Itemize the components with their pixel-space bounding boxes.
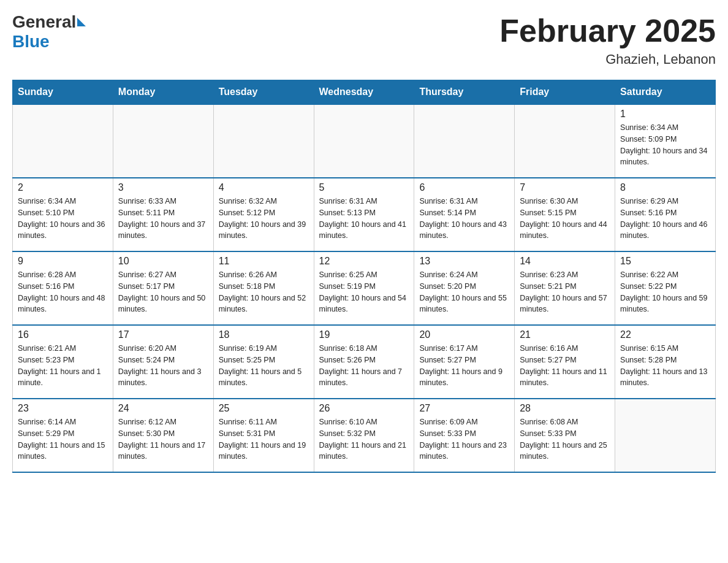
calendar-cell: 3Sunrise: 6:33 AMSunset: 5:11 PMDaylight… <box>113 178 213 251</box>
calendar-cell: 28Sunrise: 6:08 AMSunset: 5:33 PMDayligh… <box>515 399 615 472</box>
calendar-cell <box>113 104 213 178</box>
day-info: Sunrise: 6:10 AMSunset: 5:32 PMDaylight:… <box>319 416 409 462</box>
calendar-week-row: 2Sunrise: 6:34 AMSunset: 5:10 PMDaylight… <box>13 178 716 251</box>
calendar-week-row: 16Sunrise: 6:21 AMSunset: 5:23 PMDayligh… <box>13 325 716 399</box>
day-number: 2 <box>18 182 108 193</box>
day-info: Sunrise: 6:14 AMSunset: 5:29 PMDaylight:… <box>18 416 108 462</box>
calendar-cell: 20Sunrise: 6:17 AMSunset: 5:27 PMDayligh… <box>414 325 515 399</box>
calendar-header-thursday: Thursday <box>414 80 515 105</box>
day-number: 4 <box>219 182 309 193</box>
calendar-cell <box>213 104 314 178</box>
day-info: Sunrise: 6:18 AMSunset: 5:26 PMDaylight:… <box>319 343 409 389</box>
day-info: Sunrise: 6:32 AMSunset: 5:12 PMDaylight:… <box>219 196 309 242</box>
calendar-cell: 6Sunrise: 6:31 AMSunset: 5:14 PMDaylight… <box>414 178 515 251</box>
day-info: Sunrise: 6:28 AMSunset: 5:16 PMDaylight:… <box>18 269 108 315</box>
calendar-cell: 25Sunrise: 6:11 AMSunset: 5:31 PMDayligh… <box>213 399 314 472</box>
calendar-cell: 11Sunrise: 6:26 AMSunset: 5:18 PMDayligh… <box>213 251 314 325</box>
calendar-cell: 1Sunrise: 6:34 AMSunset: 5:09 PMDaylight… <box>615 104 716 178</box>
title-section: February 2025 Ghazieh, Lebanon <box>499 12 716 67</box>
calendar-cell: 10Sunrise: 6:27 AMSunset: 5:17 PMDayligh… <box>113 251 213 325</box>
day-number: 18 <box>219 329 309 340</box>
calendar-header-monday: Monday <box>113 80 213 105</box>
calendar-cell: 5Sunrise: 6:31 AMSunset: 5:13 PMDaylight… <box>314 178 414 251</box>
day-info: Sunrise: 6:15 AMSunset: 5:28 PMDaylight:… <box>620 343 710 389</box>
calendar-cell: 4Sunrise: 6:32 AMSunset: 5:12 PMDaylight… <box>213 178 314 251</box>
calendar-cell: 23Sunrise: 6:14 AMSunset: 5:29 PMDayligh… <box>13 399 113 472</box>
calendar-cell: 22Sunrise: 6:15 AMSunset: 5:28 PMDayligh… <box>615 325 716 399</box>
calendar-cell: 8Sunrise: 6:29 AMSunset: 5:16 PMDaylight… <box>615 178 716 251</box>
calendar-week-row: 1Sunrise: 6:34 AMSunset: 5:09 PMDaylight… <box>13 104 716 178</box>
calendar-header-wednesday: Wednesday <box>314 80 414 105</box>
day-number: 15 <box>620 256 710 267</box>
day-number: 1 <box>620 109 710 120</box>
calendar-header-friday: Friday <box>515 80 615 105</box>
day-number: 20 <box>419 329 509 340</box>
day-info: Sunrise: 6:24 AMSunset: 5:20 PMDaylight:… <box>419 269 509 315</box>
calendar-cell: 26Sunrise: 6:10 AMSunset: 5:32 PMDayligh… <box>314 399 414 472</box>
day-number: 28 <box>520 403 610 414</box>
day-number: 11 <box>219 256 309 267</box>
page-header: General Blue February 2025 Ghazieh, Leba… <box>12 12 716 67</box>
day-info: Sunrise: 6:29 AMSunset: 5:16 PMDaylight:… <box>620 196 710 242</box>
day-info: Sunrise: 6:25 AMSunset: 5:19 PMDaylight:… <box>319 269 409 315</box>
calendar-cell: 12Sunrise: 6:25 AMSunset: 5:19 PMDayligh… <box>314 251 414 325</box>
day-info: Sunrise: 6:34 AMSunset: 5:09 PMDaylight:… <box>620 122 710 168</box>
calendar-cell: 21Sunrise: 6:16 AMSunset: 5:27 PMDayligh… <box>515 325 615 399</box>
day-number: 5 <box>319 182 409 193</box>
calendar-cell: 27Sunrise: 6:09 AMSunset: 5:33 PMDayligh… <box>414 399 515 472</box>
day-number: 9 <box>18 256 108 267</box>
calendar-cell: 16Sunrise: 6:21 AMSunset: 5:23 PMDayligh… <box>13 325 113 399</box>
calendar-header-tuesday: Tuesday <box>213 80 314 105</box>
day-number: 16 <box>18 329 108 340</box>
day-number: 8 <box>620 182 710 193</box>
calendar-cell <box>414 104 515 178</box>
day-info: Sunrise: 6:19 AMSunset: 5:25 PMDaylight:… <box>219 343 309 389</box>
calendar-cell: 13Sunrise: 6:24 AMSunset: 5:20 PMDayligh… <box>414 251 515 325</box>
calendar-cell <box>515 104 615 178</box>
day-info: Sunrise: 6:23 AMSunset: 5:21 PMDaylight:… <box>520 269 610 315</box>
day-number: 3 <box>118 182 208 193</box>
calendar-cell: 17Sunrise: 6:20 AMSunset: 5:24 PMDayligh… <box>113 325 213 399</box>
day-info: Sunrise: 6:20 AMSunset: 5:24 PMDaylight:… <box>118 343 208 389</box>
day-number: 25 <box>219 403 309 414</box>
day-number: 6 <box>419 182 509 193</box>
day-number: 21 <box>520 329 610 340</box>
day-info: Sunrise: 6:27 AMSunset: 5:17 PMDaylight:… <box>118 269 208 315</box>
day-info: Sunrise: 6:26 AMSunset: 5:18 PMDaylight:… <box>219 269 309 315</box>
day-info: Sunrise: 6:16 AMSunset: 5:27 PMDaylight:… <box>520 343 610 389</box>
day-number: 14 <box>520 256 610 267</box>
calendar-cell: 7Sunrise: 6:30 AMSunset: 5:15 PMDaylight… <box>515 178 615 251</box>
day-number: 22 <box>620 329 710 340</box>
calendar-week-row: 9Sunrise: 6:28 AMSunset: 5:16 PMDaylight… <box>13 251 716 325</box>
calendar-header-sunday: Sunday <box>13 80 113 105</box>
day-number: 24 <box>118 403 208 414</box>
calendar-cell <box>314 104 414 178</box>
day-info: Sunrise: 6:31 AMSunset: 5:14 PMDaylight:… <box>419 196 509 242</box>
day-info: Sunrise: 6:17 AMSunset: 5:27 PMDaylight:… <box>419 343 509 389</box>
day-number: 19 <box>319 329 409 340</box>
day-number: 17 <box>118 329 208 340</box>
calendar-cell: 19Sunrise: 6:18 AMSunset: 5:26 PMDayligh… <box>314 325 414 399</box>
calendar-cell: 14Sunrise: 6:23 AMSunset: 5:21 PMDayligh… <box>515 251 615 325</box>
calendar-cell <box>615 399 716 472</box>
day-number: 13 <box>419 256 509 267</box>
calendar-cell <box>13 104 113 178</box>
day-info: Sunrise: 6:31 AMSunset: 5:13 PMDaylight:… <box>319 196 409 242</box>
day-info: Sunrise: 6:34 AMSunset: 5:10 PMDaylight:… <box>18 196 108 242</box>
day-info: Sunrise: 6:09 AMSunset: 5:33 PMDaylight:… <box>419 416 509 462</box>
day-info: Sunrise: 6:33 AMSunset: 5:11 PMDaylight:… <box>118 196 208 242</box>
day-info: Sunrise: 6:12 AMSunset: 5:30 PMDaylight:… <box>118 416 208 462</box>
day-info: Sunrise: 6:11 AMSunset: 5:31 PMDaylight:… <box>219 416 309 462</box>
calendar-table: SundayMondayTuesdayWednesdayThursdayFrid… <box>12 80 716 473</box>
day-info: Sunrise: 6:08 AMSunset: 5:33 PMDaylight:… <box>520 416 610 462</box>
calendar-week-row: 23Sunrise: 6:14 AMSunset: 5:29 PMDayligh… <box>13 399 716 472</box>
logo: General Blue <box>12 12 87 52</box>
location-text: Ghazieh, Lebanon <box>499 52 716 67</box>
day-number: 26 <box>319 403 409 414</box>
day-number: 27 <box>419 403 509 414</box>
logo-blue-text: Blue <box>12 32 50 51</box>
day-number: 23 <box>18 403 108 414</box>
calendar-cell: 9Sunrise: 6:28 AMSunset: 5:16 PMDaylight… <box>13 251 113 325</box>
logo-arrow-icon <box>77 18 86 26</box>
day-number: 7 <box>520 182 610 193</box>
